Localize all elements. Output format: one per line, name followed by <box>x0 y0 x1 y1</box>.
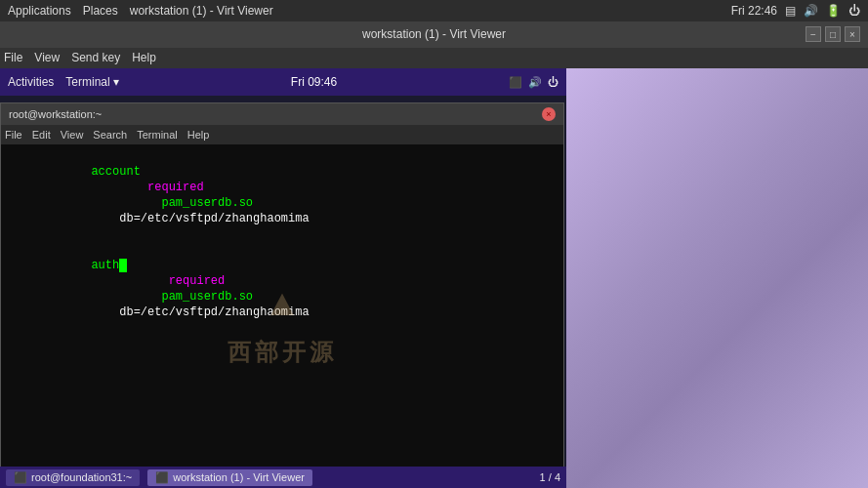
virt-menu-help[interactable]: Help <box>132 51 156 64</box>
virt-menubar: File View Send key Help <box>0 48 868 68</box>
applications-menu[interactable]: Applications <box>8 4 71 18</box>
term-menu-help[interactable]: Help <box>187 129 210 141</box>
power-icon[interactable]: ⏻ <box>848 4 860 18</box>
topbar-time: Fri 22:46 <box>731 4 777 18</box>
ubuntu-volume-icon: 🔊 <box>528 76 542 89</box>
volume-icon: 🔊 <box>804 4 818 18</box>
vm-content-row: Activities Terminal ▾ Fri 09:46 ⬛ 🔊 ⏻ ro… <box>0 68 868 488</box>
network-icon: ▤ <box>785 4 796 18</box>
empty-line <box>7 367 558 383</box>
terminal-titlebar: root@workstation:~ × <box>1 103 563 125</box>
window-title-topbar: workstation (1) - Virt Viewer <box>130 4 273 18</box>
line2-col3: pam_userdb.so <box>91 290 253 304</box>
ubuntu-topbar: Activities Terminal ▾ Fri 09:46 ⬛ 🔊 ⏻ <box>0 68 566 96</box>
ubuntu-desktop: Activities Terminal ▾ Fri 09:46 ⬛ 🔊 ⏻ ro… <box>0 68 566 488</box>
term-menu-search[interactable]: Search <box>93 129 127 141</box>
virt-menu-sendkey[interactable]: Send key <box>71 51 120 64</box>
battery-icon: 🔋 <box>826 4 841 18</box>
taskbar-item-virt-label: workstation (1) - Virt Viewer <box>173 471 305 483</box>
virt-title: workstation (1) - Virt Viewer <box>362 27 506 41</box>
ubuntu-topbar-right: ⬛ 🔊 ⏻ <box>509 76 558 89</box>
line1-col2: required <box>91 181 203 194</box>
activities-button[interactable]: Activities <box>8 75 54 89</box>
line2-col4: db=/etc/vsftpd/zhanghaomima <box>91 305 309 319</box>
terminal-window: root@workstation:~ × File Edit View Sear… <box>0 102 564 488</box>
virt-titlebar-controls: − □ × <box>806 26 860 42</box>
ubuntu-topbar-center: Fri 09:46 <box>291 75 337 89</box>
ubuntu-time: Fri 09:46 <box>291 75 337 89</box>
line2-col2: required <box>91 274 225 288</box>
virt-viewer-window: workstation (1) - Virt Viewer − □ × File… <box>0 21 868 488</box>
virt-menu-view[interactable]: View <box>34 51 60 64</box>
ubuntu-power-icon[interactable]: ⏻ <box>548 76 558 88</box>
line1-col3: pam_userdb.so <box>91 196 253 210</box>
line1-col1: account <box>91 165 140 179</box>
maximize-button[interactable]: □ <box>825 26 841 42</box>
empty-line <box>7 351 558 367</box>
cursor <box>119 259 127 272</box>
close-button[interactable]: × <box>845 26 860 42</box>
term-menu-terminal[interactable]: Terminal <box>137 129 178 141</box>
places-menu[interactable]: Places <box>83 4 118 18</box>
term-menu-file[interactable]: File <box>5 129 22 141</box>
minimize-button[interactable]: − <box>806 26 821 42</box>
os-topbar: Applications Places workstation (1) - Vi… <box>0 0 868 21</box>
ubuntu-topbar-left: Activities Terminal ▾ <box>8 75 119 89</box>
empty-line <box>7 398 558 414</box>
term-menu-edit[interactable]: Edit <box>32 129 51 141</box>
os-topbar-left: Applications Places workstation (1) - Vi… <box>8 4 273 18</box>
empty-line <box>7 429 558 445</box>
ubuntu-taskbar: ⬛ root@foundation31:~ ⬛ workstation (1) … <box>0 467 566 488</box>
empty-line <box>7 445 558 461</box>
virt-titlebar: workstation (1) - Virt Viewer − □ × <box>0 21 868 48</box>
taskbar-pager: 1 / 4 <box>540 471 560 483</box>
os-topbar-right: Fri 22:46 ▤ 🔊 🔋 ⏻ <box>731 4 860 18</box>
terminal-tab[interactable]: Terminal ▾ <box>65 75 119 89</box>
right-background <box>566 68 868 488</box>
term-menu-view[interactable]: View <box>61 129 84 141</box>
taskbar-item-virt-icon: ⬛ <box>155 471 169 484</box>
empty-line <box>7 414 558 429</box>
terminal-menubar: File Edit View Search Terminal Help <box>1 125 563 144</box>
empty-line <box>7 336 558 351</box>
terminal-close-button[interactable]: × <box>542 107 556 121</box>
taskbar-item-foundation-label: root@foundation31:~ <box>31 471 132 483</box>
terminal-content[interactable]: account required pam_userdb.so db=/etc/v… <box>1 144 563 488</box>
ubuntu-network-icon: ⬛ <box>509 76 522 89</box>
terminal-title: root@workstation:~ <box>9 108 102 120</box>
terminal-line-1: account required pam_userdb.so db=/etc/v… <box>7 148 558 242</box>
virt-menu-file[interactable]: File <box>4 51 22 64</box>
taskbar-item-foundation-icon: ⬛ <box>14 471 27 484</box>
empty-line <box>7 383 558 398</box>
line2-col1: auth <box>91 259 119 272</box>
taskbar-item-virt[interactable]: ⬛ workstation (1) - Virt Viewer <box>147 469 312 486</box>
terminal-line-2: auth required pam_userdb.so db=/etc/vsft… <box>7 242 558 336</box>
taskbar-item-foundation[interactable]: ⬛ root@foundation31:~ <box>6 469 140 486</box>
line1-col4: db=/etc/vsftpd/zhanghaomima <box>91 212 309 225</box>
